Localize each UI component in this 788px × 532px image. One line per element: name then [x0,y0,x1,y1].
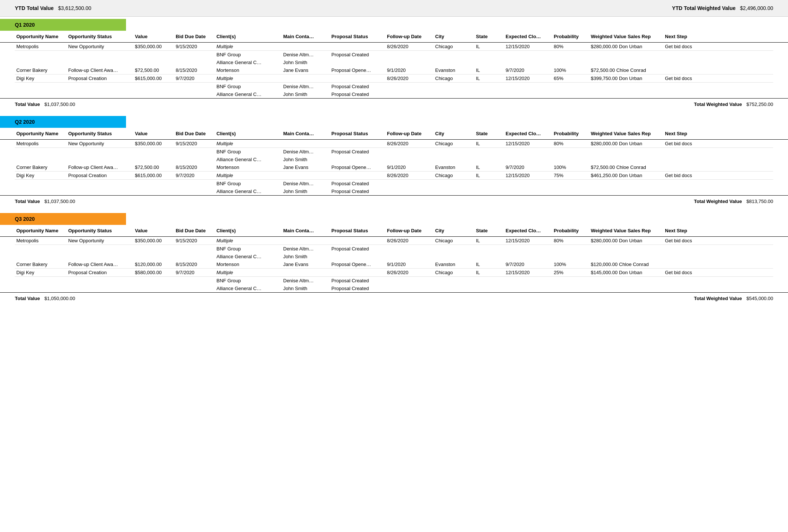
data-cell [663,245,712,253]
data-cell [133,285,174,292]
data-cell: 25% [552,269,589,276]
data-cell: Chicago [434,237,474,245]
data-cell: 8/26/2020 [385,140,434,147]
data-cell: 12/15/2020 [504,43,552,50]
data-cell: IL [474,172,504,179]
data-cell [174,180,215,187]
data-cell: $580,000.00 [133,269,174,276]
data-cell [15,277,67,285]
data-cell: 80% [552,43,589,50]
col-header-q2-11: Probability [552,130,589,137]
data-cell [589,148,663,156]
data-cell: $72,500.00 [133,163,174,171]
quarter-header-q1: Q1 2020 [0,17,788,31]
data-cell [504,148,552,156]
totals-row-q2: Total Value$1,037,500.00Total Weighted V… [0,195,788,207]
data-cell: Chicago [434,269,474,276]
data-cell [174,59,215,66]
data-cell: Metropolis [15,43,67,50]
data-cell [552,187,589,195]
data-cell: BNF Group [215,245,282,253]
table-row: Corner BakeryFollow-up Client Awa…$72,50… [15,163,773,172]
data-cell [67,253,133,260]
data-cell: 12/15/2020 [504,74,552,82]
data-cell: 12/15/2020 [504,140,552,147]
col-headers-q3: Opportunity NameOpportunity StatusValueB… [0,225,788,237]
col-headers-q1: Opportunity NameOpportunity StatusValueB… [0,31,788,43]
col-header-q2-5: Main Conta… [282,130,330,137]
data-cell [133,90,174,98]
col-header-q1-8: City [434,33,474,40]
data-cell [174,90,215,98]
col-header-q3-13: Next Step [663,227,712,234]
data-cell: New Opportunity [67,237,133,245]
ytd-weighted-value: $2,496,000.00 [740,5,773,11]
data-cell [282,140,330,147]
col-header-q1-11: Probability [552,33,589,40]
data-cell [504,253,552,260]
data-cell [474,245,504,253]
data-cell [330,43,385,50]
data-cell [330,172,385,179]
data-cell: Proposal Opene… [330,260,385,268]
data-cell [434,277,474,285]
col-header-q2-1: Opportunity Status [67,130,133,137]
data-cell [67,59,133,66]
data-cell: Mortenson [215,163,282,171]
totals-right-q1: Total Weighted Value$752,250.00 [694,102,773,107]
data-cell [385,156,434,163]
quarter-bar-q3: Q3 2020 [0,213,126,225]
data-cell [133,187,174,195]
data-cell [504,59,552,66]
col-header-q1-5: Main Conta… [282,33,330,40]
data-cell [385,187,434,195]
quarter-header-q3: Q3 2020 [0,211,788,225]
data-cell [330,269,385,276]
data-cell: 12/15/2020 [504,172,552,179]
spacer-q3 [0,304,788,308]
table-row: Alliance General C…John SmithProposal Cr… [15,285,773,292]
quarter-bar-q1: Q1 2020 [0,19,126,31]
data-cell [434,187,474,195]
data-cell: 9/15/2020 [174,43,215,50]
ytd-total-value: $3,612,500.00 [58,5,92,11]
data-cell [589,59,663,66]
data-cell [434,245,474,253]
col-header-q2-13: Next Step [663,130,712,137]
col-header-q1-6: Proposal Status [330,33,385,40]
data-cell: Proposal Opene… [330,66,385,74]
data-cell: Alliance General C… [215,59,282,66]
data-cell: Denise Altm… [282,180,330,187]
col-header-q3-10: Expected Clo… [504,227,552,234]
totals-right-q2: Total Weighted Value$813,750.00 [694,199,773,204]
data-cell [133,253,174,260]
col-header-q3-2: Value [133,227,174,234]
data-cell [67,187,133,195]
table-row: Digi KeyProposal Creation$615,000.009/7/… [15,172,773,180]
data-cell [552,51,589,59]
data-cell: BNF Group [215,148,282,156]
data-cell: John Smith [282,187,330,195]
data-cell: Proposal Created [330,245,385,253]
data-cell [385,253,434,260]
data-cell [385,245,434,253]
data-cell: Multiple [215,172,282,179]
data-cell: Evanston [434,66,474,74]
table-row: Alliance General C…John SmithProposal Cr… [15,187,773,195]
data-cell [133,156,174,163]
data-cell [663,83,712,90]
data-cell: $461,250.00 Don Urban [589,172,663,179]
data-cell [385,148,434,156]
data-cell [663,253,712,260]
data-cell: Chicago [434,172,474,179]
col-header-q1-0: Opportunity Name [15,33,67,40]
data-cell [434,285,474,292]
col-header-q2-12: Weighted Value Sales Rep [589,130,663,137]
data-cell [663,187,712,195]
data-cell [434,156,474,163]
data-cell: Follow-up Client Awa… [67,163,133,171]
data-cell: Proposal Created [330,187,385,195]
data-cell: Get bid docs [663,74,712,82]
table-row: BNF GroupDenise Altm…Proposal Created [15,148,773,156]
data-cell [15,187,67,195]
